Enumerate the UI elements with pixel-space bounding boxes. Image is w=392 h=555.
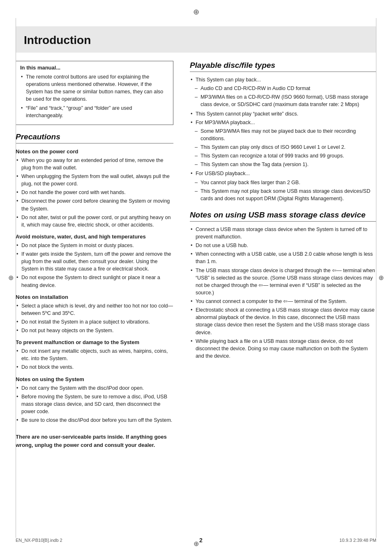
playable-item-1: For MP3/WMA playback...	[190, 119, 376, 126]
power-cord-item-2: Do not handle the power cord with wet ha…	[16, 189, 173, 196]
header-ticks	[0, 18, 392, 26]
using-system-item-0: Do not carry the System with the disc/iP…	[16, 384, 173, 392]
using-system-item-2: Be sure to close the disc/iPod door befo…	[16, 416, 173, 424]
moisture-item-0: Do not place the System in moist or dust…	[16, 242, 173, 249]
power-cord-list: When you go away for an extended period …	[16, 157, 173, 229]
installation-item-0: Select a place which is level, dry and n…	[16, 302, 173, 317]
manual-box: In this manual... The remote control but…	[16, 61, 173, 125]
mp3-item-0: Some MP3/WMA files may not be played bac…	[194, 127, 376, 142]
malfunction-heading: To prevent malfunction or damage to the …	[16, 339, 173, 345]
right-crosshair: ⊕	[378, 274, 384, 282]
mp3-item-1: This System can play only discs of ISO 9…	[194, 143, 376, 151]
bottom-ticks	[16, 532, 376, 538]
usb-sd-items: You cannot play back files larger than 2…	[194, 179, 376, 202]
usb-note-6: While playing back a file on a USB mass …	[190, 338, 376, 360]
moisture-list: Do not place the System in moist or dust…	[16, 242, 173, 289]
power-cord-item-1: When unplugging the System from the wall…	[16, 173, 173, 187]
manual-box-list: The remote control buttons are used for …	[20, 73, 169, 119]
manual-item-2: “File” and “track,” “group” and “folder”…	[20, 104, 169, 119]
using-system-heading: Notes on using the System	[16, 376, 173, 382]
precautions-heading: Precautions	[16, 132, 173, 143]
page-title-section: Introduction	[16, 26, 376, 53]
usb-note-0: Connect a USB mass storage class device …	[190, 226, 376, 240]
usb-sd-intro: For USB/SD playback...	[190, 170, 376, 177]
installation-item-2: Do not put heavy objects on the System.	[16, 327, 173, 334]
installation-heading: Notes on installation	[16, 294, 173, 300]
mp3-items: Some MP3/WMA files may not be played bac…	[194, 127, 376, 169]
footer-left: EN_NX-PB10[B].indb 2	[16, 538, 62, 543]
playable-items: This System cannot play “packet write” d…	[190, 110, 376, 126]
malfunction-item-1: Do not block the vents.	[16, 363, 173, 371]
bottom-tick-left	[16, 532, 16, 538]
usb-note-2: When connecting with a USB cable, use a …	[190, 250, 376, 265]
right-column: Playable disc/file types This System can…	[182, 61, 376, 449]
usb-sd-item-0: You cannot play back files larger than 2…	[194, 179, 376, 186]
installation-item-1: Do not install the System in a place sub…	[16, 318, 173, 326]
content-area: In this manual... The remote control but…	[16, 53, 376, 449]
page-wrapper: ⊕ Introduction In this manual... The rem…	[0, 0, 392, 555]
mp3-item-3: This System can show the Tag data (versi…	[194, 161, 376, 168]
playable-intro-sub: Audio CD and CD-R/CD-RW in Audio CD form…	[194, 85, 376, 108]
moisture-item-2: Do not expose the System to direct sunli…	[16, 274, 173, 289]
playable-intro-list: This System can play back...	[190, 76, 376, 83]
usb-notes-list: Connect a USB mass storage class device …	[190, 226, 376, 360]
left-crosshair: ⊕	[8, 274, 14, 282]
power-cord-heading: Notes on the power cord	[16, 148, 173, 155]
playable-item-0: This System cannot play “packet write” d…	[190, 110, 376, 118]
playable-intro-sub-1: MP3/WMA files on a CD-R/CD-RW (ISO 9660 …	[194, 93, 376, 108]
playable-disc-heading: Playable disc/file types	[190, 61, 376, 72]
bottom-tick-right	[376, 532, 376, 538]
moisture-heading: Avoid moisture, water, dust, and high te…	[16, 234, 173, 240]
page-title: Introduction	[24, 34, 368, 47]
usb-note-3: The USB mass storage class device is cha…	[190, 267, 376, 297]
bottom-crosshair: ⊕	[194, 540, 199, 548]
playable-intro-sub-0: Audio CD and CD-R/CD-RW in Audio CD form…	[194, 85, 376, 92]
installation-list: Select a place which is level, dry and n…	[16, 302, 173, 335]
using-system-item-1: Before moving the System, be sure to rem…	[16, 393, 173, 415]
moisture-item-1: If water gets inside the System, turn of…	[16, 250, 173, 273]
usb-note-5: Electrostatic shock at connecting a USB …	[190, 306, 376, 336]
malfunction-list: Do not insert any metallic objects, such…	[16, 347, 173, 371]
manual-box-title: In this manual...	[20, 65, 169, 71]
usb-notes-heading: Notes on using USB mass storage class de…	[190, 210, 376, 222]
mp3-item-2: This System can recognize a total of 999…	[194, 152, 376, 160]
power-cord-item-4: Do not alter, twist or pull the power co…	[16, 214, 173, 229]
usb-note-4: You cannot connect a computer to the ⇦— …	[190, 298, 376, 305]
warning-text: There are no user-serviceable parts insi…	[16, 433, 173, 449]
usb-note-1: Do not use a USB hub.	[190, 242, 376, 249]
manual-item-1: The remote control buttons are used for …	[20, 73, 169, 103]
power-cord-item-3: Disconnect the power cord before cleanin…	[16, 197, 173, 212]
using-system-list: Do not carry the System with the disc/iP…	[16, 384, 173, 424]
usb-sd-item-1: This System may not play back some USB m…	[194, 187, 376, 202]
malfunction-item-0: Do not insert any metallic objects, such…	[16, 347, 173, 362]
left-column: In this manual... The remote control but…	[16, 61, 182, 449]
footer-right: 10.9.3 2:39:48 PM	[339, 538, 376, 543]
power-cord-item-0: When you go away for an extended period …	[16, 157, 173, 171]
page-number: 2	[199, 537, 203, 543]
usb-sd-intro-list: For USB/SD playback...	[190, 170, 376, 177]
playable-intro: This System can play back...	[190, 76, 376, 83]
top-crosshair: ⊕	[0, 0, 392, 18]
